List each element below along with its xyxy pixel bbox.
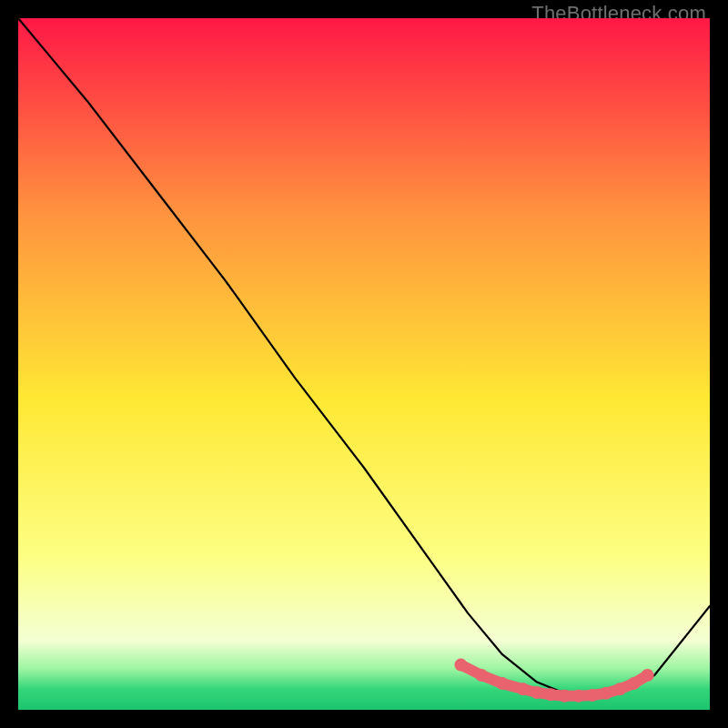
marker-dot [454,659,467,672]
gradient-background [18,18,710,710]
marker-dot [496,677,509,690]
marker-dot [475,669,488,682]
marker-dot [586,689,599,702]
chart-frame [18,18,710,710]
marker-dot [558,690,571,703]
marker-dot [531,686,543,699]
marker-dot [627,677,640,690]
marker-dot [613,682,626,695]
marker-dot [642,669,654,682]
marker-dot [517,682,530,695]
marker-dot [572,690,585,703]
bottleneck-chart [18,18,710,710]
marker-dot [600,687,612,700]
marker-dot [544,688,557,701]
